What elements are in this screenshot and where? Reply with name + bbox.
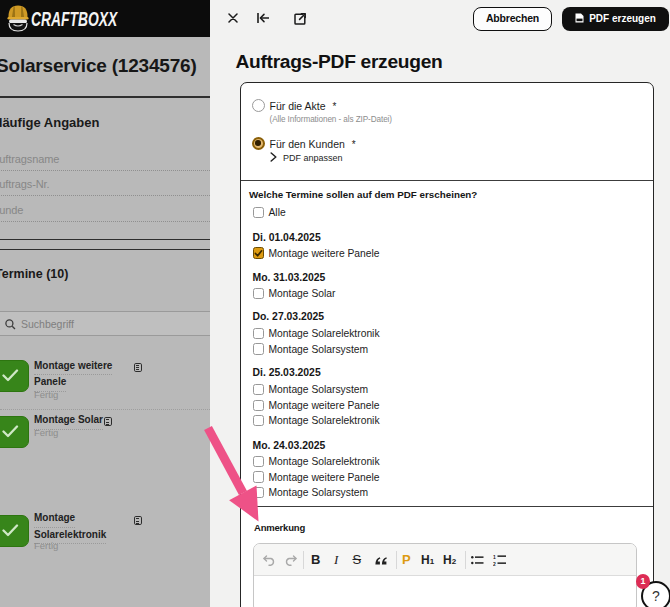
- svg-text:1: 1: [493, 554, 496, 560]
- svg-text:2: 2: [493, 561, 496, 567]
